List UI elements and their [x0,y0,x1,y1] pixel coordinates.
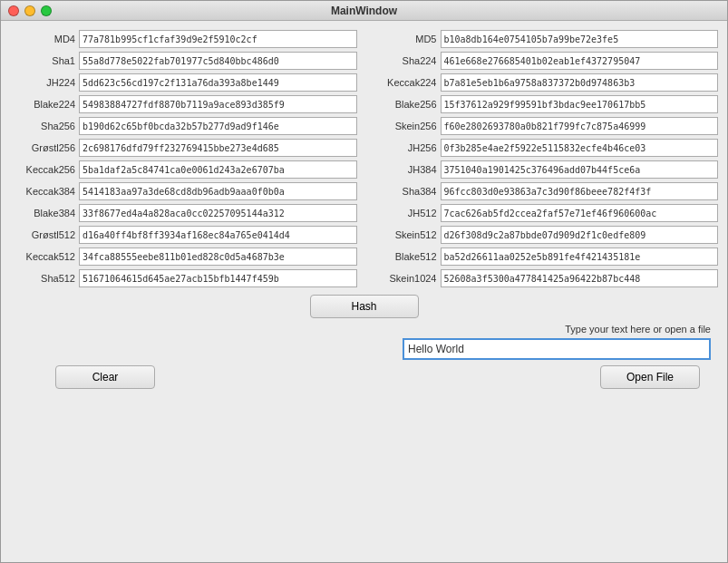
hash-value-sha224[interactable] [441,52,719,70]
hash-label-keccak256: Keccak256 [10,164,75,175]
hash-label-grøstl256: Grøstl256 [10,142,75,153]
open-file-button[interactable]: Open File [600,365,700,389]
hash-label-blake512: Blake512 [372,251,437,262]
hash-label-jh384: JH384 [372,164,437,175]
hash-row-left-0: MD4 [10,30,357,48]
hash-value-keccak512[interactable] [79,248,357,266]
hash-row-left-5: Grøstl256 [10,139,357,157]
hash-value-grøstl256[interactable] [79,139,357,157]
action-row: Clear Open File [10,365,718,389]
hash-value-keccak224[interactable] [441,73,719,92]
hash-row-right-6: JH384 [372,160,719,179]
hash-label-md5: MD5 [372,34,437,44]
hash-value-blake256[interactable] [441,95,719,113]
hash-row-left-11: Sha512 [10,269,357,287]
hash-value-jh256[interactable] [441,139,719,157]
hash-value-grøstl512[interactable] [79,226,357,244]
hash-row-right-10: Blake512 [372,248,719,266]
hash-value-jh224[interactable] [79,73,357,92]
hash-value-md4[interactable] [79,30,357,48]
hash-label-blake224: Blake224 [10,99,75,110]
hash-value-blake512[interactable] [441,248,719,266]
hash-label-blake384: Blake384 [10,208,75,218]
hash-label-grøstl512: Grøstl512 [10,229,75,240]
hash-row-left-8: Blake384 [10,204,357,222]
hash-label-sha1: Sha1 [10,55,75,66]
hash-label-md4: MD4 [10,34,75,44]
hash-row-right-0: MD5 [372,30,719,48]
minimize-button[interactable] [24,5,35,16]
hash-value-sha384[interactable] [441,182,719,200]
hash-row-right-4: Skein256 [372,117,719,135]
hash-value-jh384[interactable] [441,160,719,179]
hash-label-blake256: Blake256 [372,99,437,110]
hash-value-keccak256[interactable] [79,160,357,179]
hash-value-sha1[interactable] [79,52,357,70]
hash-row-left-3: Blake224 [10,95,357,113]
hash-row-right-5: JH256 [372,139,719,157]
hash-value-skein1024[interactable] [441,269,719,287]
clear-button[interactable]: Clear [55,365,155,389]
hash-grid: MD4MD5Sha1Sha224JH224Keccak224Blake224Bl… [10,30,718,287]
hash-label-skein256: Skein256 [372,121,437,131]
input-label: Type your text here or open a file [565,324,711,335]
hash-label-skein512: Skein512 [372,229,437,240]
hash-value-sha512[interactable] [79,269,357,287]
text-input[interactable] [403,338,711,360]
close-button[interactable] [8,5,19,16]
title-bar: MainWindow [1,1,727,21]
hash-label-keccak384: Keccak384 [10,186,75,197]
hash-value-jh512[interactable] [441,204,719,222]
hash-value-md5[interactable] [441,30,719,48]
hash-row-left-6: Keccak256 [10,160,357,179]
hash-row-left-10: Keccak512 [10,248,357,266]
hash-row-left-1: Sha1 [10,52,357,70]
window-title: MainWindow [331,5,397,17]
hash-value-skein256[interactable] [441,117,719,135]
hash-label-sha224: Sha224 [372,55,437,66]
hash-label-skein1024: Skein1024 [372,273,437,284]
hash-label-sha256: Sha256 [10,121,75,131]
hash-row-right-11: Skein1024 [372,269,719,287]
main-window: MainWindow MD4MD5Sha1Sha224JH224Keccak22… [0,0,728,563]
hash-row-right-9: Skein512 [372,226,719,244]
hash-label-jh224: JH224 [10,77,75,88]
hash-row-right-3: Blake256 [372,95,719,113]
hash-row-left-2: JH224 [10,73,357,92]
hash-value-sha256[interactable] [79,117,357,135]
hash-label-sha384: Sha384 [372,186,437,197]
hash-button[interactable]: Hash [310,295,419,318]
hash-label-sha512: Sha512 [10,273,75,284]
hash-label-keccak512: Keccak512 [10,251,75,262]
hash-row-right-7: Sha384 [372,182,719,200]
hash-row-right-8: JH512 [372,204,719,222]
hash-label-keccak224: Keccak224 [372,77,437,88]
hash-row-left-9: Grøstl512 [10,226,357,244]
maximize-button[interactable] [41,5,52,16]
hash-label-jh512: JH512 [372,208,437,218]
hash-label-jh256: JH256 [372,142,437,153]
hash-value-skein512[interactable] [441,226,719,244]
input-section: Type your text here or open a file [10,324,718,360]
hash-row-left-7: Keccak384 [10,182,357,200]
hash-row-right-2: Keccak224 [372,73,719,92]
hash-row-right-1: Sha224 [372,52,719,70]
bottom-section: Hash Type your text here or open a file … [10,295,718,389]
hash-value-blake224[interactable] [79,95,357,113]
hash-value-blake384[interactable] [79,204,357,222]
hash-row-left-4: Sha256 [10,117,357,135]
title-bar-controls [8,5,52,16]
hash-value-keccak384[interactable] [79,182,357,200]
hash-button-row: Hash [10,295,718,318]
main-content: MD4MD5Sha1Sha224JH224Keccak224Blake224Bl… [1,21,727,562]
